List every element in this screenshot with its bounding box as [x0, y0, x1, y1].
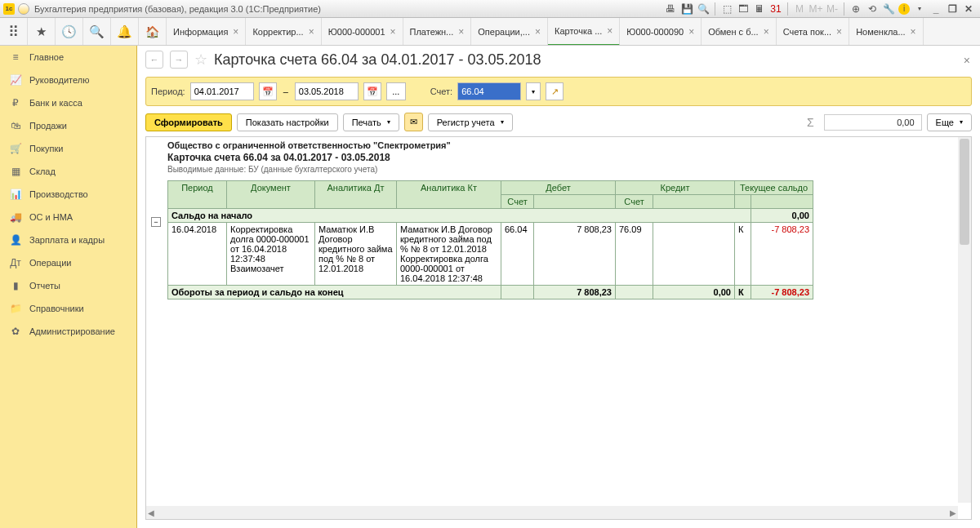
th-bal-sign — [735, 195, 751, 209]
print-icon[interactable]: 🖶 — [664, 2, 677, 16]
tab-close-icon[interactable]: × — [607, 25, 612, 37]
report-title: Карточка счета 66.04 за 04.01.2017 - 03.… — [167, 152, 950, 163]
sidebar-item-8[interactable]: 👤Зарплата и кадры — [0, 229, 136, 251]
tab-7[interactable]: Обмен с б...× — [702, 18, 776, 45]
tab-close-icon[interactable]: × — [764, 26, 769, 38]
tab-label: Операции,... — [478, 27, 530, 37]
titlebar: 1c Бухгалтерия предприятия (базовая), ре… — [0, 0, 980, 18]
sidebar-item-3[interactable]: 🛍Продажи — [0, 114, 136, 137]
nav-back-button[interactable]: ← — [145, 51, 163, 69]
tab-close-icon[interactable]: × — [233, 26, 238, 38]
account-input[interactable] — [457, 82, 521, 100]
apps-grid-icon[interactable]: ⠿ — [0, 18, 28, 45]
sidebar-item-12[interactable]: ✿Администрирование — [0, 320, 136, 343]
date-from-calendar-icon[interactable]: 📅 — [259, 82, 277, 100]
tab-6[interactable]: Ю000-000090× — [620, 18, 702, 45]
tab-0[interactable]: Информация× — [167, 18, 246, 45]
report-area: Общество с ограниченной ответственностью… — [145, 136, 972, 520]
tab-5[interactable]: Карточка ...× — [548, 18, 620, 45]
account-dropdown-icon[interactable]: ▾ — [526, 82, 541, 100]
generate-button[interactable]: Сформировать — [145, 113, 232, 131]
home-icon[interactable]: 🏠 — [139, 18, 167, 45]
sidebar-item-1[interactable]: 📈Руководителю — [0, 69, 136, 91]
account-label: Счет: — [430, 87, 452, 96]
calendar-icon[interactable]: 31 — [769, 2, 782, 16]
sidebar-label: Администрирование — [29, 326, 115, 336]
cell-date: 16.04.2018 — [168, 223, 227, 286]
date-from-input[interactable] — [190, 82, 254, 100]
period-picker-button[interactable]: ... — [386, 82, 406, 100]
more-button[interactable]: Еще▾ — [927, 113, 972, 131]
favorite-star-icon[interactable]: ☆ — [194, 51, 207, 69]
sidebar-label: Операции — [29, 258, 71, 268]
tab-1[interactable]: Корректир...× — [246, 18, 321, 45]
collapse-toggle[interactable]: − — [151, 217, 161, 227]
date-to-calendar-icon[interactable]: 📅 — [363, 82, 381, 100]
toolbar-icon-1[interactable]: ⬚ — [720, 2, 733, 16]
tab-close-icon[interactable]: × — [390, 26, 396, 38]
total-sign: К — [735, 286, 751, 299]
email-button[interactable]: ✉ — [404, 113, 423, 131]
app-menu-dropdown[interactable] — [18, 3, 29, 15]
favorite-icon[interactable]: ★ — [28, 18, 56, 45]
history-icon[interactable]: 🕓 — [56, 18, 83, 45]
tab-8[interactable]: Счета пок...× — [777, 18, 849, 45]
show-settings-button[interactable]: Показать настройки — [237, 113, 338, 131]
cell-cre-val — [653, 223, 735, 286]
action-bar: Сформировать Показать настройки Печать▾ … — [145, 113, 972, 131]
tab-close-icon[interactable]: × — [458, 26, 464, 38]
tab-label: Счета пок... — [783, 27, 831, 37]
info-icon[interactable]: i — [898, 3, 910, 15]
tab-close-icon[interactable]: × — [688, 26, 694, 38]
account-open-icon[interactable]: ↗ — [546, 82, 564, 100]
sidebar-item-2[interactable]: ₽Банк и касса — [0, 91, 136, 114]
sidebar-label: Руководителю — [29, 75, 89, 85]
back-icon[interactable]: ⟲ — [866, 2, 879, 16]
save-icon[interactable]: 💾 — [680, 2, 693, 16]
sidebar-item-6[interactable]: 📊Производство — [0, 183, 136, 206]
sidebar-item-5[interactable]: ▦Склад — [0, 160, 136, 183]
close-button[interactable]: ✕ — [962, 2, 975, 16]
sidebar-item-0[interactable]: ≡Главное — [0, 46, 136, 69]
cell-deb-acct: 66.04 — [501, 223, 534, 286]
register-button[interactable]: Регистр учета▾ — [428, 113, 513, 131]
search-icon[interactable]: 🔍 — [83, 18, 111, 45]
tab-9[interactable]: Номенкла...× — [849, 18, 923, 45]
calculator-icon[interactable]: 🖩 — [753, 2, 766, 16]
th-period: Период — [168, 181, 227, 209]
page-close-button[interactable]: × — [964, 54, 970, 67]
key-icon[interactable]: 🔧 — [882, 2, 895, 16]
tab-close-icon[interactable]: × — [911, 26, 916, 38]
sidebar-label: Продажи — [29, 121, 67, 131]
maximize-button[interactable]: ❐ — [946, 2, 959, 16]
th-akt: Аналитика Кт — [397, 181, 501, 209]
tab-close-icon[interactable]: × — [836, 26, 842, 38]
toolbar-icon-2[interactable]: 🗔 — [737, 2, 750, 16]
tab-3[interactable]: Платежн...× — [403, 18, 472, 45]
sidebar-label: Банк и касса — [29, 98, 82, 108]
sidebar-item-7[interactable]: 🚚ОС и НМА — [0, 206, 136, 229]
tab-close-icon[interactable]: × — [535, 26, 541, 38]
bell-icon[interactable]: 🔔 — [111, 18, 139, 45]
tab-2[interactable]: Ю000-000001× — [322, 18, 403, 45]
tab-4[interactable]: Операции,...× — [471, 18, 548, 45]
preview-icon[interactable]: 🔍 — [697, 2, 710, 16]
tab-close-icon[interactable]: × — [309, 26, 314, 38]
vertical-scrollbar[interactable] — [958, 137, 971, 503]
minimize-button[interactable]: _ — [929, 2, 942, 16]
date-to-input[interactable] — [295, 82, 359, 100]
sidebar-icon: 👤 — [10, 234, 21, 246]
total-label: Обороты за период и сальдо на конец — [168, 286, 501, 299]
sidebar-item-4[interactable]: 🛒Покупки — [0, 137, 136, 160]
sidebar-item-9[interactable]: ДтОперации — [0, 251, 136, 274]
table-row[interactable]: 16.04.2018 Корректировка долга 0000-0000… — [168, 223, 813, 286]
sidebar-item-10[interactable]: ▮Отчеты — [0, 274, 136, 297]
horizontal-scrollbar[interactable]: ◀▶ — [146, 506, 958, 519]
info-dropdown[interactable]: ▾ — [913, 2, 926, 16]
sidebar-item-11[interactable]: 📁Справочники — [0, 297, 136, 320]
zoom-icon[interactable]: ⊕ — [849, 2, 862, 16]
nav-forward-button[interactable]: → — [170, 51, 188, 69]
cell-bal: -7 808,23 — [751, 223, 813, 286]
print-button[interactable]: Печать▾ — [343, 113, 399, 131]
sidebar-icon: 📁 — [10, 303, 21, 314]
